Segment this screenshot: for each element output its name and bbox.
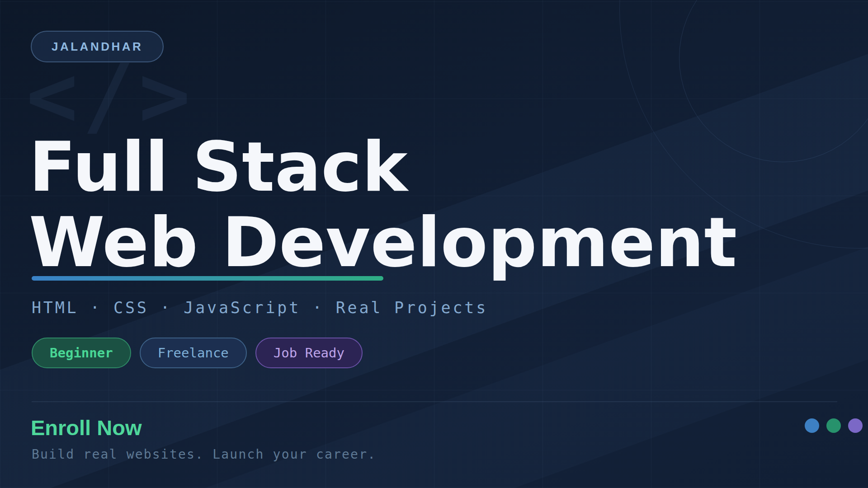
carousel-dots — [805, 418, 863, 433]
footer-divider — [32, 401, 837, 402]
tag-job-ready: Job Ready — [255, 338, 363, 368]
location-badge-label: JALANDHAR — [52, 40, 143, 54]
location-badge: JALANDHAR — [31, 31, 164, 62]
title-gradient-underline — [32, 276, 383, 281]
page-title-line2: Web Development — [29, 202, 737, 282]
tag-freelance: Freelance — [140, 338, 247, 368]
carousel-dot-blue — [805, 418, 819, 433]
carousel-dot-green — [826, 418, 841, 433]
page-title-line1: Full Stack — [29, 127, 407, 207]
code-watermark-icon: </> — [26, 53, 195, 139]
course-topics-subtitle: HTML · CSS · JavaScript · Real Projects — [32, 300, 488, 316]
tag-row: Beginner Freelance Job Ready — [32, 338, 363, 368]
enroll-now-link[interactable]: Enroll Now — [31, 416, 142, 440]
tag-beginner: Beginner — [32, 338, 131, 368]
carousel-dot-purple — [848, 418, 863, 433]
hero-page: </> JALANDHAR Full Stack Web Development… — [0, 0, 868, 488]
page-title: Full Stack Web Development — [29, 129, 737, 280]
cta-tagline: Build real websites. Launch your career. — [32, 447, 376, 462]
